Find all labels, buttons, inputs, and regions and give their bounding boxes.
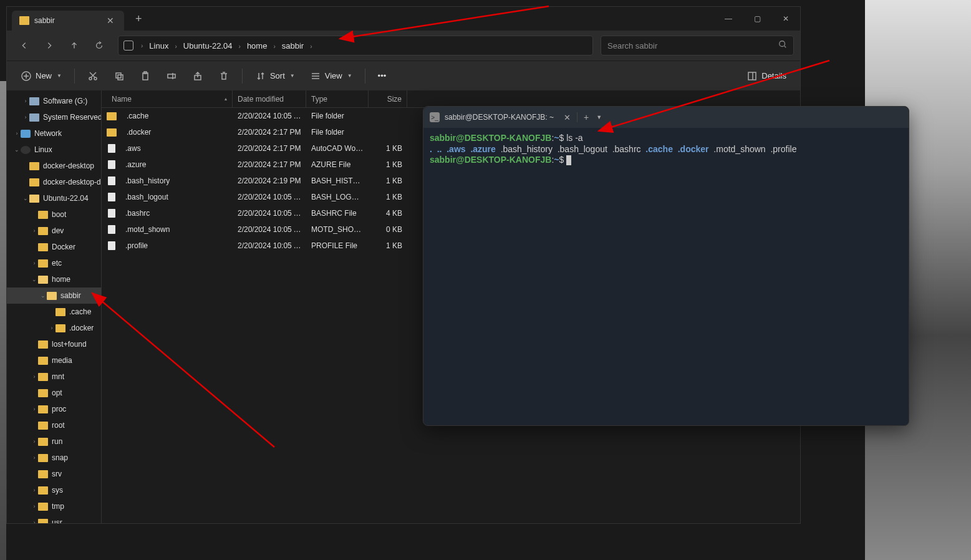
- tree-chevron-icon[interactable]: ›: [22, 114, 29, 120]
- tree-item[interactable]: ⌄Ubuntu-22.04: [7, 190, 101, 206]
- tree-item[interactable]: ›.docker: [7, 320, 101, 336]
- more-button[interactable]: •••: [372, 66, 393, 86]
- tree-chevron-icon[interactable]: ⌄: [22, 195, 29, 201]
- cut-button[interactable]: [81, 66, 105, 86]
- tree-item[interactable]: ›Software (G:): [7, 93, 101, 109]
- tree-item[interactable]: ›dev: [7, 223, 101, 239]
- tree-item[interactable]: lost+found: [7, 336, 101, 352]
- tree-item[interactable]: ⌄home: [7, 271, 101, 287]
- search-box[interactable]: [601, 36, 794, 56]
- sort-button[interactable]: Sort ▼: [249, 66, 301, 86]
- tree-item[interactable]: ›proc: [7, 401, 101, 417]
- tree-chevron-icon[interactable]: ›: [31, 519, 38, 523]
- tree-item[interactable]: ›etc: [7, 255, 101, 271]
- paste-button[interactable]: [133, 66, 157, 86]
- explorer-tab[interactable]: sabbir ✕: [12, 11, 124, 31]
- forward-button[interactable]: [38, 34, 60, 57]
- copy-button[interactable]: [107, 66, 131, 86]
- linux-icon: [21, 146, 31, 154]
- folder-icon: [56, 324, 65, 332]
- column-header-type[interactable]: Type: [306, 90, 369, 107]
- file-name: .motd_shown: [120, 225, 175, 234]
- terminal-body[interactable]: sabbir@DESKTOP-KANOFJB:~$ ls -a . .. .aw…: [423, 128, 909, 425]
- terminal-tab-close[interactable]: ✕: [559, 113, 576, 122]
- more-icon: •••: [378, 71, 387, 80]
- terminal-dropdown[interactable]: ▼: [594, 114, 604, 120]
- file-size: 1 KB: [369, 160, 407, 169]
- breadcrumb-item[interactable]: Linux: [147, 40, 171, 52]
- tree-item[interactable]: boot: [7, 206, 101, 223]
- share-button[interactable]: [186, 66, 210, 86]
- new-button[interactable]: New ▼: [14, 66, 68, 86]
- tree-item[interactable]: ›tmp: [7, 498, 101, 514]
- column-header-size[interactable]: Size: [369, 90, 407, 107]
- tree-label: usr: [52, 518, 62, 523]
- tree-chevron-icon[interactable]: ›: [13, 130, 21, 137]
- column-header-date[interactable]: Date modified: [233, 90, 306, 107]
- tree-item[interactable]: ›sys: [7, 482, 101, 498]
- folder-icon: [107, 128, 117, 137]
- tree-label: dev: [52, 226, 64, 235]
- tree-chevron-icon[interactable]: ›: [31, 374, 38, 380]
- tree-chevron-icon[interactable]: ›: [48, 325, 56, 331]
- tree-chevron-icon[interactable]: ›: [31, 503, 38, 509]
- tree-item[interactable]: ›usr: [7, 514, 101, 523]
- explorer-sidebar[interactable]: ›Software (G:)›System Reserved›Network⌄L…: [7, 90, 102, 523]
- tree-label: snap: [52, 453, 68, 462]
- tree-item[interactable]: Docker: [7, 239, 101, 255]
- folder-icon: [38, 503, 48, 511]
- tree-item[interactable]: ⌄Linux: [7, 142, 101, 158]
- tree-item[interactable]: opt: [7, 385, 101, 401]
- terminal-new-tab[interactable]: +: [579, 112, 594, 122]
- up-button[interactable]: [63, 34, 85, 57]
- explorer-titlebar[interactable]: sabbir ✕ + — ▢ ✕: [7, 7, 800, 31]
- tree-chevron-icon[interactable]: ⌄: [13, 147, 21, 153]
- tree-item[interactable]: docker-desktop-data: [7, 174, 101, 190]
- tree-item[interactable]: ›run: [7, 433, 101, 450]
- tree-item[interactable]: ›Network: [7, 125, 101, 142]
- tree-item[interactable]: media: [7, 352, 101, 369]
- rename-button[interactable]: [160, 66, 183, 86]
- tree-chevron-icon[interactable]: ›: [22, 98, 29, 104]
- tree-item[interactable]: srv: [7, 466, 101, 482]
- breadcrumb-item[interactable]: home: [244, 40, 270, 52]
- refresh-button[interactable]: [88, 34, 110, 57]
- column-header-name[interactable]: Name▴: [102, 90, 233, 107]
- tree-item[interactable]: ⌄sabbir: [7, 287, 101, 304]
- breadcrumb-bar[interactable]: › Linux›Ubuntu-22.04›home›sabbir›: [118, 36, 593, 56]
- tree-chevron-icon[interactable]: ⌄: [39, 292, 47, 299]
- view-button[interactable]: View ▼: [304, 66, 359, 86]
- tree-chevron-icon[interactable]: ›: [31, 260, 38, 266]
- tree-chevron-icon[interactable]: ›: [31, 228, 38, 234]
- breadcrumb-item[interactable]: Ubuntu-22.04: [181, 40, 235, 52]
- close-button[interactable]: ✕: [771, 9, 800, 29]
- tree-item[interactable]: ›mnt: [7, 369, 101, 385]
- details-button[interactable]: Details: [740, 66, 793, 86]
- tree-chevron-icon[interactable]: ›: [31, 438, 38, 445]
- file-date: 2/20/2024 10:05 AM: [233, 241, 306, 250]
- file-size: 1 KB: [369, 241, 407, 250]
- tree-chevron-icon[interactable]: ⌄: [31, 276, 38, 282]
- tree-item[interactable]: root: [7, 417, 101, 433]
- delete-button[interactable]: [212, 66, 236, 86]
- maximize-button[interactable]: ▢: [743, 9, 771, 29]
- delete-icon: [218, 70, 229, 82]
- minimize-button[interactable]: —: [714, 9, 743, 29]
- tree-item[interactable]: docker-desktop: [7, 158, 101, 174]
- tree-item[interactable]: ›System Reserved: [7, 109, 101, 125]
- new-tab-button[interactable]: +: [132, 12, 146, 26]
- view-icon: [310, 70, 321, 82]
- back-button[interactable]: [13, 34, 36, 57]
- tree-chevron-icon[interactable]: ›: [31, 406, 38, 412]
- tree-chevron-icon[interactable]: ›: [31, 487, 38, 493]
- close-tab-button[interactable]: ✕: [104, 16, 117, 26]
- tree-label: Linux: [34, 145, 52, 154]
- tree-chevron-icon[interactable]: ›: [31, 455, 38, 461]
- file-type: File folder: [306, 112, 369, 120]
- terminal-titlebar[interactable]: >_ sabbir@DESKTOP-KANOFJB: ~ ✕ + ▼: [423, 107, 909, 128]
- search-input[interactable]: [607, 41, 778, 51]
- tree-item[interactable]: .cache: [7, 304, 101, 320]
- tree-item[interactable]: ›snap: [7, 450, 101, 466]
- folder-icon: [38, 422, 48, 430]
- breadcrumb-item[interactable]: sabbir: [279, 40, 306, 52]
